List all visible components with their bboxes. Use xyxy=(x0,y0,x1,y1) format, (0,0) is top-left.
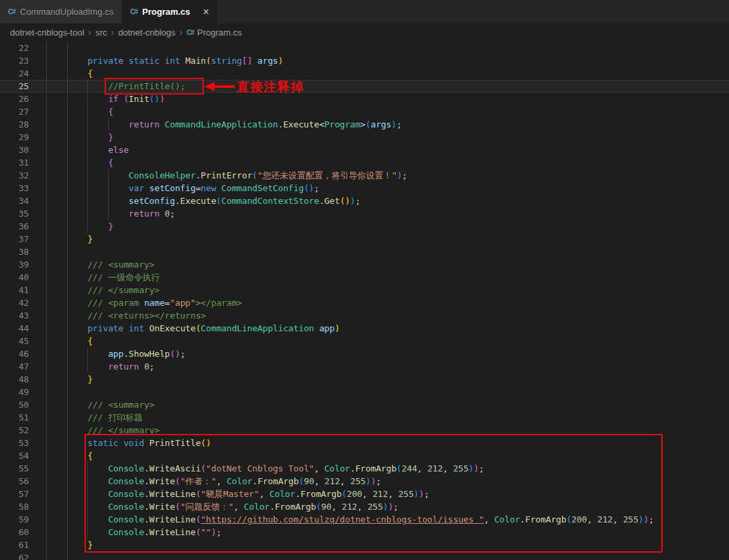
code-line[interactable]: 25 //PrintTitle(); xyxy=(0,80,729,93)
code-line[interactable]: 53 static void PrintTitle() xyxy=(0,437,729,449)
line-number[interactable]: 47 xyxy=(0,360,29,373)
code-text[interactable]: } xyxy=(29,233,93,245)
code-line[interactable]: 37 } xyxy=(0,233,729,245)
line-number[interactable]: 60 xyxy=(0,526,29,539)
code-line[interactable]: 41 /// </summary> xyxy=(0,284,729,296)
code-text[interactable]: /// </summary> xyxy=(29,284,160,296)
line-number[interactable]: 52 xyxy=(0,424,29,437)
code-text[interactable]: { xyxy=(29,67,93,80)
line-number[interactable]: 57 xyxy=(0,488,29,500)
line-number[interactable]: 54 xyxy=(0,449,29,462)
code-line[interactable]: 28 return CommandLineApplication.Execute… xyxy=(0,118,729,131)
code-text[interactable]: Console.WriteLine(""); xyxy=(29,526,221,539)
code-text[interactable]: var setConfig=new CommandSetConfig(); xyxy=(29,182,319,194)
code-text[interactable]: /// <returns></returns> xyxy=(29,309,206,322)
code-text[interactable]: return 0; xyxy=(29,207,175,220)
line-number[interactable]: 31 xyxy=(0,156,29,169)
line-number[interactable]: 48 xyxy=(0,373,29,386)
breadcrumb-item-src[interactable]: src xyxy=(95,27,107,38)
code-line[interactable]: 27 { xyxy=(0,105,729,118)
code-line[interactable]: 55 Console.WriteAscii("dotNet Cnblogs To… xyxy=(0,462,729,475)
code-line[interactable]: 32 ConsoleHelper.PrintError("您还未设置配置，将引导… xyxy=(0,169,729,182)
code-text[interactable]: /// <summary> xyxy=(29,258,154,271)
code-line[interactable]: 35 return 0; xyxy=(0,207,729,220)
code-text[interactable]: } xyxy=(29,220,113,233)
code-text[interactable] xyxy=(29,551,46,560)
code-text[interactable]: { xyxy=(29,335,93,347)
code-editor[interactable]: 2223 private static int Main(string[] ar… xyxy=(0,42,729,560)
code-text[interactable]: Console.WriteLine("https://github.com/st… xyxy=(29,513,654,526)
code-text[interactable]: //PrintTitle(); xyxy=(29,80,185,93)
code-text[interactable]: return 0; xyxy=(29,360,154,373)
code-text[interactable]: if (Init()) xyxy=(29,93,165,105)
code-text[interactable]: } xyxy=(29,373,93,386)
line-number[interactable]: 61 xyxy=(0,539,29,551)
code-line[interactable]: 43 /// <returns></returns> xyxy=(0,309,729,322)
line-number[interactable]: 41 xyxy=(0,284,29,296)
code-line[interactable]: 51 /// 打印标题 xyxy=(0,411,729,424)
code-line[interactable]: 26 if (Init()) xyxy=(0,93,729,105)
line-number[interactable]: 46 xyxy=(0,347,29,360)
code-line[interactable]: 46 app.ShowHelp(); xyxy=(0,347,729,360)
line-number[interactable]: 38 xyxy=(0,245,29,258)
code-text[interactable]: } xyxy=(29,131,113,144)
code-text[interactable]: } xyxy=(29,539,93,551)
line-number[interactable]: 22 xyxy=(0,42,29,54)
code-line[interactable]: 38 xyxy=(0,245,729,258)
code-text[interactable]: { xyxy=(29,105,113,118)
line-number[interactable]: 25 xyxy=(0,80,29,93)
code-text[interactable]: return CommandLineApplication.Execute<Pr… xyxy=(29,118,402,131)
code-line[interactable]: 50 /// <summary> xyxy=(0,398,729,411)
line-number[interactable]: 27 xyxy=(0,105,29,118)
code-text[interactable]: app.ShowHelp(); xyxy=(29,347,185,360)
code-line[interactable]: 54 { xyxy=(0,449,729,462)
line-number[interactable]: 51 xyxy=(0,411,29,424)
code-line[interactable]: 62 xyxy=(0,551,729,560)
code-text[interactable]: /// </summary> xyxy=(29,424,160,437)
line-number[interactable]: 62 xyxy=(0,551,29,560)
line-number[interactable]: 45 xyxy=(0,335,29,347)
code-line[interactable]: 22 xyxy=(0,42,729,54)
line-number[interactable]: 43 xyxy=(0,309,29,322)
code-line[interactable]: 34 setConfig.Execute(CommandContextStore… xyxy=(0,194,729,207)
code-text[interactable] xyxy=(29,386,46,398)
code-line[interactable]: 44 private int OnExecute(CommandLineAppl… xyxy=(0,322,729,335)
code-text[interactable]: /// 打印标题 xyxy=(29,411,143,424)
code-line[interactable]: 45 { xyxy=(0,335,729,347)
code-line[interactable]: 52 /// </summary> xyxy=(0,424,729,437)
code-text[interactable]: static void PrintTitle() xyxy=(29,437,211,449)
code-line[interactable]: 29 } xyxy=(0,131,729,144)
code-line[interactable]: 33 var setConfig=new CommandSetConfig(); xyxy=(0,182,729,194)
line-number[interactable]: 34 xyxy=(0,194,29,207)
code-line[interactable]: 39 /// <summary> xyxy=(0,258,729,271)
code-line[interactable]: 42 /// <param name="app"></param> xyxy=(0,296,729,309)
line-number[interactable]: 59 xyxy=(0,513,29,526)
line-number[interactable]: 58 xyxy=(0,500,29,513)
line-number[interactable]: 33 xyxy=(0,182,29,194)
code-text[interactable]: private static int Main(string[] args) xyxy=(29,54,283,67)
line-number[interactable]: 53 xyxy=(0,437,29,449)
code-line[interactable]: 60 Console.WriteLine(""); xyxy=(0,526,729,539)
line-number[interactable]: 35 xyxy=(0,207,29,220)
code-text[interactable]: Console.WriteLine("晓晨Master", Color.From… xyxy=(29,488,429,500)
code-text[interactable]: { xyxy=(29,156,113,169)
code-text[interactable]: Console.Write("作者：", Color.FromArgb(90, … xyxy=(29,475,381,488)
line-number[interactable]: 32 xyxy=(0,169,29,182)
line-number[interactable]: 40 xyxy=(0,271,29,284)
code-text[interactable]: Console.WriteAscii("dotNet Cnblogs Tool"… xyxy=(29,462,484,475)
code-text[interactable]: /// 一级命令执行 xyxy=(29,271,160,284)
code-text[interactable] xyxy=(29,245,46,258)
code-line[interactable]: 58 Console.Write("问题反馈：", Color.FromArgb… xyxy=(0,500,729,513)
line-number[interactable]: 44 xyxy=(0,322,29,335)
line-number[interactable]: 28 xyxy=(0,118,29,131)
breadcrumb-item-file[interactable]: Program.cs xyxy=(197,27,241,38)
line-number[interactable]: 26 xyxy=(0,93,29,105)
line-number[interactable]: 56 xyxy=(0,475,29,488)
line-number[interactable]: 24 xyxy=(0,67,29,80)
line-number[interactable]: 50 xyxy=(0,398,29,411)
code-line[interactable]: 31 { xyxy=(0,156,729,169)
code-text[interactable]: /// <param name="app"></param> xyxy=(29,296,242,309)
code-text[interactable] xyxy=(29,42,46,54)
code-text[interactable]: ConsoleHelper.PrintError("您还未设置配置，将引导你设置… xyxy=(29,169,407,182)
line-number[interactable]: 36 xyxy=(0,220,29,233)
